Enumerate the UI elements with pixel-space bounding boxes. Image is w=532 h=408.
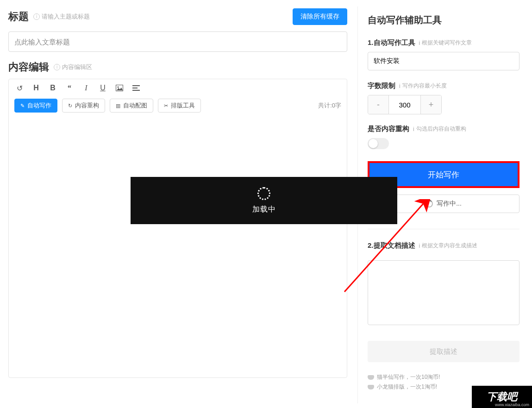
watermark-logo-text: 下载吧 bbox=[487, 390, 517, 404]
info-icon: i bbox=[33, 13, 40, 20]
wordlimit-input[interactable] bbox=[388, 95, 421, 114]
info-icon: i bbox=[419, 40, 420, 46]
cost-note-1: 猫半仙写作，一次10淘币! bbox=[368, 373, 519, 381]
title-hint-text: 请输入主题或标题 bbox=[42, 13, 90, 21]
editor-format-toolbar: ↺ H B “ I U bbox=[9, 79, 347, 97]
auto-image-label: 自动配图 bbox=[123, 101, 147, 110]
title-hint: i 请输入主题或标题 bbox=[33, 13, 90, 21]
stepper-increment-button[interactable]: + bbox=[421, 95, 441, 114]
underline-icon[interactable]: U bbox=[99, 84, 107, 92]
info-icon: i bbox=[413, 126, 414, 132]
undo-icon[interactable]: ↺ bbox=[15, 84, 24, 92]
section2-header: 2.提取文档描述 i 根据文章内容生成描述 bbox=[368, 241, 519, 250]
layout-tool-label: 排版工具 bbox=[171, 101, 195, 110]
section1-header: 1.自动写作工具 i 根据关键词写作文章 bbox=[368, 38, 519, 47]
loading-spinner-large-icon bbox=[257, 187, 270, 200]
auto-write-label: 自动写作 bbox=[27, 101, 51, 110]
restructure-toggle[interactable] bbox=[368, 138, 389, 149]
italic-icon[interactable]: I bbox=[82, 84, 90, 92]
article-title-input[interactable] bbox=[8, 31, 347, 52]
content-header-row: 内容编辑 i 内容编辑区 bbox=[8, 60, 347, 74]
section1-label: 1.自动写作工具 bbox=[368, 38, 415, 47]
heading-icon[interactable]: H bbox=[32, 84, 40, 92]
title-label: 标题 bbox=[8, 10, 29, 24]
keyword-input[interactable] bbox=[368, 52, 519, 70]
auto-write-button[interactable]: ✎ 自动写作 bbox=[14, 99, 57, 113]
restructure-label: 内容重构 bbox=[75, 101, 99, 110]
restructure-hint-text: 勾选后内容自动重构 bbox=[416, 125, 466, 133]
content-restructure-button[interactable]: ↻ 内容重构 bbox=[62, 99, 105, 113]
sidebar-divider bbox=[368, 229, 519, 229]
pencil-icon: ✎ bbox=[20, 103, 25, 109]
word-count-text: 共计:0字 bbox=[318, 101, 341, 110]
align-icon[interactable] bbox=[132, 84, 140, 92]
loading-text: 加载中 bbox=[252, 205, 276, 214]
title-header-row: 标题 i 请输入主题或标题 清除所有缓存 bbox=[8, 8, 347, 25]
description-textarea[interactable] bbox=[368, 260, 519, 325]
wordlimit-hint-text: 写作内容最小长度 bbox=[402, 82, 447, 90]
extract-description-button[interactable]: 提取描述 bbox=[368, 341, 519, 362]
clear-cache-button[interactable]: 清除所有缓存 bbox=[293, 8, 347, 25]
info-icon: i bbox=[399, 83, 401, 89]
section1-hint-text: 根据关键词写作文章 bbox=[422, 39, 472, 47]
content-hint-text: 内容编辑区 bbox=[62, 63, 92, 71]
loading-overlay: 加载中 bbox=[131, 177, 397, 224]
cost-note-2-text: 小龙猫排版，一次1淘币! bbox=[377, 383, 437, 391]
restructure-header: 是否内容重构 i 勾选后内容自动重构 bbox=[368, 125, 519, 133]
toggle-knob bbox=[369, 139, 378, 148]
layout-tool-button[interactable]: ✂ 排版工具 bbox=[158, 99, 201, 113]
quote-icon[interactable]: “ bbox=[65, 84, 74, 92]
wordlimit-stepper: - + bbox=[368, 95, 442, 114]
editor-content-area[interactable] bbox=[9, 118, 347, 377]
editor-container: ↺ H B “ I U ✎ 自动写作 ↻ 内容重构 ▥ 自动配 bbox=[8, 79, 347, 378]
section1-hint: i 根据关键词写作文章 bbox=[419, 39, 472, 47]
svg-point-1 bbox=[118, 87, 119, 88]
loading-spinner-icon bbox=[426, 200, 433, 207]
bold-icon[interactable]: B bbox=[49, 84, 57, 92]
writing-status-text: 写作中... bbox=[437, 200, 462, 208]
restructure-label: 是否内容重构 bbox=[368, 125, 409, 133]
auto-image-button[interactable]: ▥ 自动配图 bbox=[110, 99, 153, 113]
wrench-icon: ✂ bbox=[164, 103, 168, 109]
stepper-decrement-button[interactable]: - bbox=[368, 95, 388, 114]
sidebar-heading: 自动写作辅助工具 bbox=[368, 14, 519, 26]
info-icon: i bbox=[54, 64, 60, 70]
coin-icon bbox=[368, 385, 374, 389]
refresh-icon: ↻ bbox=[68, 103, 72, 109]
watermark-logo-sub: www.xiazaiba.com bbox=[495, 402, 529, 407]
info-icon: i bbox=[419, 243, 420, 249]
content-hint: i 内容编辑区 bbox=[54, 63, 92, 71]
wordlimit-hint: i 写作内容最小长度 bbox=[399, 82, 447, 90]
section2-hint-text: 根据文章内容生成描述 bbox=[422, 242, 477, 250]
wordlimit-label: 字数限制 bbox=[368, 82, 395, 90]
section2-label: 2.提取文档描述 bbox=[368, 241, 415, 250]
coin-icon bbox=[368, 375, 374, 380]
restructure-hint: i 勾选后内容自动重构 bbox=[413, 125, 466, 133]
editor-action-toolbar: ✎ 自动写作 ↻ 内容重构 ▥ 自动配图 ✂ 排版工具 共计:0字 bbox=[9, 97, 347, 118]
cost-note-1-text: 猫半仙写作，一次10淘币! bbox=[377, 373, 440, 381]
watermark-logo: 下载吧 www.xiazaiba.com bbox=[472, 386, 532, 408]
section2-hint: i 根据文章内容生成描述 bbox=[419, 242, 478, 250]
content-label: 内容编辑 bbox=[8, 60, 49, 74]
picture-icon: ▥ bbox=[116, 103, 120, 109]
title-left-group: 标题 i 请输入主题或标题 bbox=[8, 10, 90, 24]
wordlimit-header: 字数限制 i 写作内容最小长度 bbox=[368, 82, 519, 90]
image-icon[interactable] bbox=[115, 84, 124, 92]
